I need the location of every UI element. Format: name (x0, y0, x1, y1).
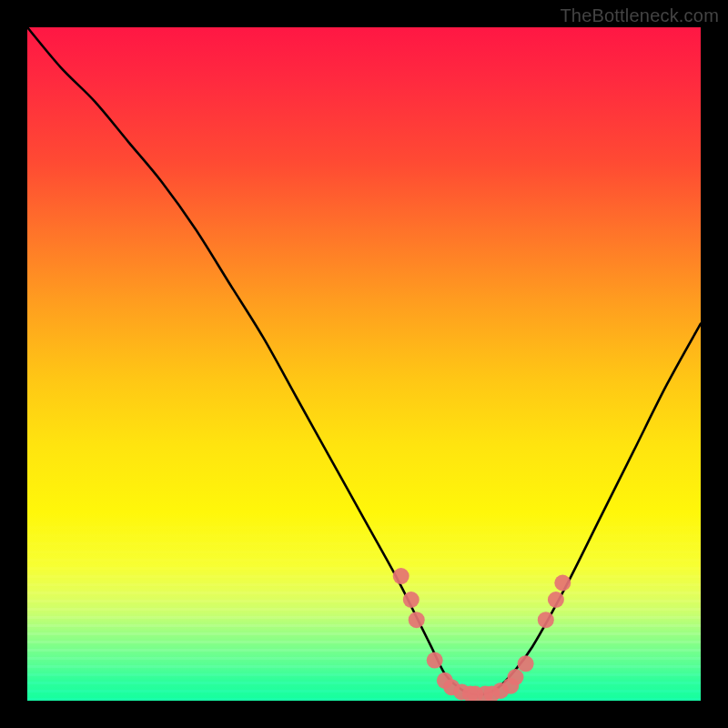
marker-dot (443, 679, 460, 695)
marker-dot (502, 678, 519, 694)
marker-dot (518, 655, 534, 672)
marker-dot (437, 672, 453, 689)
marker-dot (462, 686, 479, 701)
marker-dot (484, 686, 500, 701)
marker-dot (492, 682, 509, 699)
marker-dot (453, 683, 470, 700)
marker-dot (409, 612, 425, 628)
marker-dot (554, 575, 571, 592)
watermark-text: TheBottleneck.com (560, 5, 719, 26)
marker-dot (508, 669, 524, 685)
chart-stage: TheBottleneck.com (0, 0, 728, 728)
plot-area (27, 27, 701, 701)
bottleneck-curve (27, 27, 701, 695)
marker-dot (427, 652, 443, 669)
gradient-banding (27, 526, 701, 701)
curve-layer (27, 27, 701, 701)
marker-dot (477, 686, 493, 701)
bottom-cluster-markers (393, 568, 571, 701)
marker-dot (467, 686, 483, 701)
marker-dot (548, 592, 564, 608)
marker-dot (538, 612, 554, 628)
marker-dot (403, 592, 420, 608)
marker-dot (393, 568, 410, 584)
